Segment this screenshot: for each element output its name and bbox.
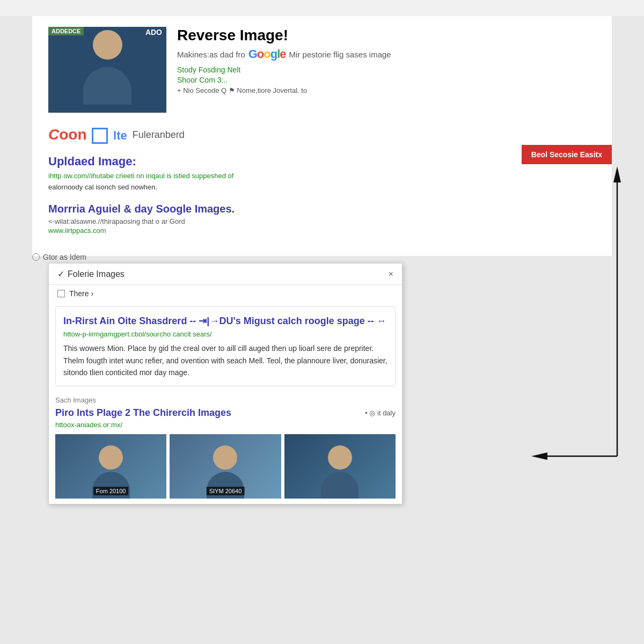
subtitle-line: Makines:as dad fro Google Mir pestorie f… <box>177 47 596 61</box>
subtitle-prefix: Makines:as dad fro <box>177 50 245 59</box>
person-image <box>48 27 166 113</box>
close-button[interactable]: × <box>389 269 393 279</box>
result-image: ADDEDCE ADO <box>48 27 166 113</box>
popup-breadcrumb: There › <box>49 285 402 302</box>
plus-links: + Nio Secode Q ⚑ Nome,tiore Jovertal. to <box>177 86 596 94</box>
morrria-www: www.iirtppacs.com <box>48 226 596 235</box>
popup-result-url[interactable]: httow-p-iirmgamgpert.cbol/sourcho cancit… <box>63 330 387 338</box>
popup-modal: ✓ Folerie Images × There › In-Rirst Ain … <box>48 263 402 504</box>
thumbnail-3[interactable] <box>284 434 396 499</box>
image-thumbnails: Fom 20100 SIYM 20640 <box>55 434 396 499</box>
popup-title: ✓ Folerie Images <box>57 269 125 279</box>
checkmark-icon: ✓ <box>57 269 64 279</box>
top-result-card: ADDEDCE ADO Reverse Image! Makines:as da… <box>48 27 596 113</box>
result-info: Reverse Image! Makines:as dad fro Google… <box>177 27 596 94</box>
uploaded-section: Upldaed Image: ihttp ow.com//ihutabe cri… <box>48 155 596 193</box>
morrria-title[interactable]: Morrria Aguiel & day Soogle Images. <box>48 203 596 215</box>
svg-marker-3 <box>531 452 547 460</box>
google-logo: Google <box>248 47 286 61</box>
popup-header: ✓ Folerie Images × <box>49 264 402 285</box>
thumb1-label: Fom 20100 <box>93 487 129 495</box>
breadcrumb-text: There <box>69 289 89 298</box>
google-brand-bar: Coon lte Fuleranberd <box>48 126 596 144</box>
svg-marker-1 <box>613 166 621 182</box>
breadcrumb-arrow: › <box>91 289 94 298</box>
green-link-2[interactable]: Shoor Com 3:.. <box>177 76 596 84</box>
google-bar-text: Fuleranberd <box>133 129 185 141</box>
uploaded-desc: ealornoody cal isonch sed nowhen. <box>48 182 596 193</box>
popup-result-title[interactable]: In-Rirst Ain Oite Shasdrerd -- ⇥|→DU's M… <box>63 314 387 328</box>
piro-title[interactable]: Piro Ints Plage 2 The Chirercih Images <box>55 407 231 419</box>
breadcrumb-checkbox[interactable] <box>57 290 65 297</box>
piro-title-line: Piro Ints Plage 2 The Chirercih Images •… <box>55 407 396 419</box>
popup-title-text: Folerie Images <box>68 269 125 279</box>
radio-icon <box>32 253 40 261</box>
beol-button[interactable]: Beol Secosie Easitx <box>522 145 612 164</box>
popup-result-desc: This wowers Mion. Place by gid the creal… <box>63 342 387 378</box>
sach-images-section: Sach Images Piro Ints Plage 2 The Chirer… <box>49 391 402 499</box>
uploaded-title: Upldaed Image: <box>48 155 596 169</box>
green-link-1[interactable]: Stody Fosding Nelt <box>177 65 596 74</box>
popup-result-card: In-Rirst Ain Oite Shasdrerd -- ⇥|→DU's M… <box>55 306 396 386</box>
thumbnail-2[interactable]: SIYM 20640 <box>170 434 281 499</box>
thumbnail-1[interactable]: Fom 20100 <box>55 434 166 499</box>
uploaded-url: ihttp ow.com//ihutabe crieeti nn inqaul … <box>48 172 596 180</box>
subtitle-suffix: Mir pestorie flig sases image <box>289 50 391 59</box>
sach-label: Sach Images <box>55 396 396 404</box>
face-circle <box>93 30 122 60</box>
thumb2-label: SIYM 20640 <box>207 487 245 495</box>
bottom-text: Gtor as Idem <box>43 253 86 261</box>
piro-url[interactable]: httoox-aniades.or:mx/ <box>55 421 396 429</box>
google-bar-logo: Coon lte <box>48 126 127 144</box>
it-daly: • ◎ it daly <box>365 409 396 417</box>
morrria-url-line: <-wilat:alsawne.//thirapaosing that o ar… <box>48 217 596 225</box>
morrria-section: Morrria Aguiel & day Soogle Images. <-wi… <box>48 203 596 235</box>
result-title: Reverse Image! <box>177 27 596 44</box>
